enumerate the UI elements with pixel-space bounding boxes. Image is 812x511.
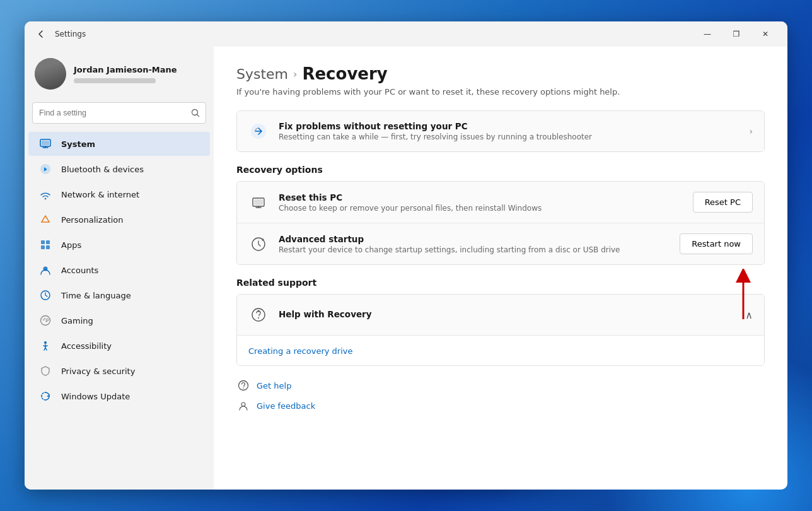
time-icon: [38, 288, 52, 302]
recovery-options-container: Reset this PC Choose to keep or remove y…: [236, 181, 765, 265]
help-with-recovery-row[interactable]: Help with Recovery ∧: [237, 295, 764, 335]
minimize-button[interactable]: —: [693, 24, 722, 44]
sidebar-item-label-personalization: Personalization: [61, 215, 124, 225]
advanced-startup-title: Advanced startup: [279, 234, 670, 244]
fix-problems-card: Fix problems without resetting your PC R…: [236, 110, 765, 152]
sidebar-item-apps[interactable]: Apps: [28, 233, 210, 257]
fix-problems-text: Fix problems without resetting your PC R…: [279, 121, 739, 141]
help-recovery-text: Help with Recovery: [279, 309, 735, 320]
give-feedback-icon: [236, 399, 250, 413]
related-support-container: Help with Recovery ∧ Creating a recovery…: [236, 294, 765, 366]
search-icon: [191, 109, 200, 117]
sidebar-item-gaming[interactable]: Gaming: [28, 308, 210, 332]
sidebar-item-label-privacy: Privacy & security: [61, 367, 135, 376]
collapse-icon: ∧: [745, 309, 753, 321]
search-box: [32, 102, 206, 124]
help-recovery-icon: [248, 305, 269, 325]
help-recovery-title: Help with Recovery: [279, 309, 735, 319]
restart-now-button[interactable]: Restart now: [680, 233, 753, 254]
svg-point-15: [46, 321, 47, 322]
svg-point-27: [241, 402, 245, 406]
sidebar-item-label-accessibility: Accessibility: [61, 341, 112, 351]
get-help-link[interactable]: Get help: [257, 381, 291, 391]
sidebar-item-label-accounts: Accounts: [61, 266, 98, 275]
svg-rect-8: [46, 245, 50, 249]
sidebar-item-network[interactable]: Network & internet: [28, 182, 210, 206]
maximize-button[interactable]: ❐: [722, 24, 751, 44]
user-section: Jordan Jamieson-Mane: [25, 52, 214, 100]
close-button[interactable]: ✕: [751, 24, 780, 44]
fix-problems-chevron-icon: ›: [749, 126, 753, 136]
breadcrumb: System › Recovery: [236, 64, 765, 83]
advanced-startup-subtitle: Restart your device to change startup se…: [279, 245, 670, 254]
sidebar-item-windows-update[interactable]: Windows Update: [28, 384, 210, 408]
svg-point-11: [41, 316, 50, 326]
reset-pc-text: Reset this PC Choose to keep or remove y…: [279, 192, 683, 213]
fix-problems-subtitle: Resetting can take a while — first, try …: [279, 132, 739, 141]
get-help-row: Get help: [236, 379, 765, 392]
sidebar-item-accessibility[interactable]: Accessibility: [28, 334, 210, 358]
network-icon: [38, 187, 52, 201]
window-title: Settings: [55, 30, 693, 38]
system-icon: [38, 137, 52, 151]
breadcrumb-sep: ›: [293, 68, 297, 80]
give-feedback-link[interactable]: Give feedback: [257, 401, 315, 411]
personalization-icon: [38, 213, 52, 226]
fix-problems-title: Fix problems without resetting your PC: [279, 121, 739, 131]
sidebar-item-label-network: Network & internet: [61, 190, 139, 199]
user-info: Jordan Jamieson-Mane: [74, 65, 177, 83]
support-expanded-content: Creating a recovery drive: [237, 335, 764, 365]
reset-pc-subtitle: Choose to keep or remove your personal f…: [279, 204, 683, 213]
get-help-icon: [236, 379, 250, 392]
sidebar-item-time[interactable]: Time & language: [28, 283, 210, 307]
sidebar-item-bluetooth[interactable]: Bluetooth & devices: [28, 157, 210, 181]
svg-rect-7: [41, 245, 45, 249]
back-button[interactable]: [32, 25, 50, 43]
privacy-icon: [38, 364, 52, 378]
avatar: [35, 58, 66, 90]
svg-point-14: [46, 319, 49, 321]
reset-pc-row: Reset this PC Choose to keep or remove y…: [237, 182, 764, 223]
svg-point-13: [44, 318, 45, 319]
svg-point-24: [258, 317, 259, 319]
sidebar-item-label-apps: Apps: [61, 240, 81, 250]
sidebar-item-label-windows-update: Windows Update: [61, 392, 130, 401]
recovery-drive-link[interactable]: Creating a recovery drive: [248, 346, 352, 356]
sidebar-item-accounts[interactable]: Accounts: [28, 258, 210, 282]
svg-point-25: [239, 381, 248, 391]
reset-pc-title: Reset this PC: [279, 192, 683, 203]
svg-point-26: [243, 387, 244, 389]
sidebar-item-privacy[interactable]: Privacy & security: [28, 359, 210, 383]
windows-update-icon: [38, 389, 52, 403]
reset-pc-button[interactable]: Reset PC: [693, 192, 753, 213]
sidebar-item-label-system: System: [61, 139, 95, 149]
fix-problems-row[interactable]: Fix problems without resetting your PC R…: [237, 111, 764, 151]
gaming-icon: [38, 314, 52, 327]
give-feedback-row: Give feedback: [236, 399, 765, 413]
titlebar: Settings — ❐ ✕: [25, 21, 787, 47]
breadcrumb-system: System: [236, 66, 288, 82]
sidebar-item-label-time: Time & language: [61, 291, 131, 300]
bottom-links: Get help Give feedback: [236, 379, 765, 413]
svg-rect-6: [46, 240, 50, 244]
user-name: Jordan Jamieson-Mane: [74, 65, 177, 74]
related-support-header: Related support: [236, 278, 765, 288]
sidebar: Jordan Jamieson-Mane: [25, 47, 214, 490]
page-description: If you're having problems with your PC o…: [236, 87, 765, 97]
window-controls: — ❐ ✕: [693, 24, 780, 44]
svg-point-16: [44, 341, 47, 344]
advanced-startup-text: Advanced startup Restart your device to …: [279, 234, 670, 254]
breadcrumb-current: Recovery: [302, 64, 387, 83]
sidebar-item-system[interactable]: System: [28, 132, 210, 156]
svg-point-12: [43, 319, 44, 320]
sidebar-item-personalization[interactable]: Personalization: [28, 208, 210, 232]
reset-pc-icon: [248, 192, 269, 213]
search-input[interactable]: [32, 102, 206, 124]
sidebar-item-label-gaming: Gaming: [61, 316, 93, 326]
fix-problems-icon: [248, 121, 269, 141]
apps-icon: [38, 238, 52, 252]
settings-window: Settings — ❐ ✕ Jordan Jamieson-Mane: [25, 21, 787, 490]
accessibility-icon: [38, 339, 52, 353]
user-subtitle: [74, 78, 156, 83]
svg-rect-5: [41, 240, 45, 244]
